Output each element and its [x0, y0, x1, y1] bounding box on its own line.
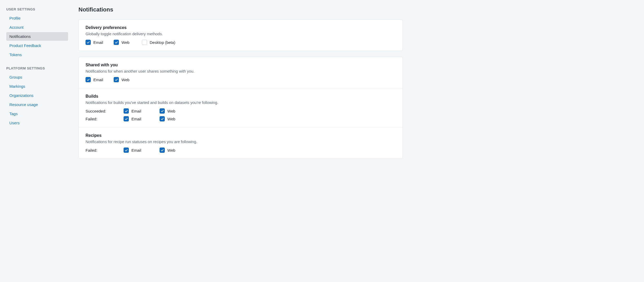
sidebar: USER SETTINGS Profile Account Notificati… — [0, 0, 72, 282]
section-builds: Builds Notifications for builds you've s… — [79, 88, 403, 127]
delivery-web-checkbox[interactable] — [114, 40, 119, 45]
sidebar-item-profile[interactable]: Profile — [6, 14, 68, 22]
sidebar-item-account[interactable]: Account — [6, 23, 68, 32]
delivery-title: Delivery preferences — [86, 25, 396, 30]
builds-succeeded-web-label: Web — [167, 109, 175, 113]
sidebar-item-groups[interactable]: Groups — [6, 73, 68, 81]
builds-succeeded-email-option: Email — [124, 108, 152, 114]
check-icon — [161, 109, 164, 113]
sidebar-item-tokens[interactable]: Tokens — [6, 50, 68, 59]
check-icon — [87, 41, 90, 44]
builds-failed-email-label: Email — [131, 117, 141, 121]
check-icon — [125, 149, 128, 152]
recipes-failed-label: Failed: — [86, 148, 116, 152]
page-title: Notifications — [78, 6, 403, 13]
builds-title: Builds — [86, 94, 396, 99]
shared-desc: Notifications for when another user shar… — [86, 69, 396, 73]
builds-failed-web-label: Web — [167, 117, 175, 121]
delivery-web-option: Web — [114, 40, 135, 45]
sidebar-item-product-feedback[interactable]: Product Feedback — [6, 41, 68, 50]
delivery-desktop-checkbox[interactable] — [142, 40, 147, 45]
delivery-web-label: Web — [121, 40, 130, 45]
sidebar-item-users[interactable]: Users — [6, 119, 68, 127]
sidebar-item-markings[interactable]: Markings — [6, 82, 68, 91]
section-recipes: Recipes Notifications for recipe run sta… — [79, 127, 403, 158]
recipes-failed-email-label: Email — [131, 148, 141, 152]
section-delivery: Delivery preferences Globally toggle not… — [79, 20, 403, 51]
sidebar-item-tags[interactable]: Tags — [6, 109, 68, 118]
shared-title: Shared with you — [86, 63, 396, 67]
recipes-title: Recipes — [86, 133, 396, 138]
builds-failed-email-checkbox[interactable] — [124, 116, 129, 121]
builds-failed-email-option: Email — [124, 116, 152, 121]
builds-desc: Notifications for builds you've started … — [86, 100, 396, 105]
check-icon — [87, 78, 90, 81]
sidebar-group-title-user: USER SETTINGS — [6, 7, 68, 11]
recipes-failed-web-label: Web — [167, 148, 175, 152]
builds-succeeded-email-checkbox[interactable] — [124, 108, 129, 114]
check-icon — [125, 117, 128, 121]
shared-web-checkbox[interactable] — [114, 77, 119, 82]
delivery-options-row: Email Web Desktop (beta) — [86, 40, 396, 45]
recipes-failed-email-checkbox[interactable] — [124, 148, 129, 153]
card-delivery-preferences: Delivery preferences Globally toggle not… — [78, 19, 403, 51]
builds-failed-web-option: Web — [160, 116, 188, 121]
main-content: Notifications Delivery preferences Globa… — [72, 0, 405, 282]
delivery-desktop-label: Desktop (beta) — [150, 40, 175, 45]
sidebar-group-platform-settings: PLATFORM SETTINGS Groups Markings Organi… — [6, 66, 68, 127]
check-icon — [161, 117, 164, 121]
builds-failed-label: Failed: — [86, 117, 116, 121]
recipes-desc: Notifications for recipe run statuses on… — [86, 139, 396, 144]
sidebar-item-resource-usage[interactable]: Resource usage — [6, 100, 68, 109]
shared-web-label: Web — [121, 78, 130, 82]
delivery-email-label: Email — [93, 40, 103, 45]
check-icon — [115, 41, 118, 44]
delivery-email-option: Email — [86, 40, 106, 45]
builds-succeeded-label: Succeeded: — [86, 109, 116, 113]
card-notification-categories: Shared with you Notifications for when a… — [78, 57, 403, 159]
builds-succeeded-web-option: Web — [160, 108, 188, 114]
section-shared: Shared with you Notifications for when a… — [79, 57, 403, 88]
sidebar-group-title-platform: PLATFORM SETTINGS — [6, 66, 68, 70]
delivery-desktop-option: Desktop (beta) — [142, 40, 175, 45]
check-icon — [161, 149, 164, 152]
check-icon — [125, 109, 128, 113]
recipes-failed-web-option: Web — [160, 148, 188, 153]
builds-succeeded-row: Succeeded: Email Web — [86, 108, 396, 114]
builds-succeeded-email-label: Email — [131, 109, 141, 113]
shared-options-row: Email Web — [86, 77, 396, 82]
recipes-failed-web-checkbox[interactable] — [160, 148, 165, 153]
recipes-failed-email-option: Email — [124, 148, 152, 153]
check-icon — [115, 78, 118, 81]
shared-email-option: Email — [86, 77, 106, 82]
shared-email-label: Email — [93, 78, 103, 82]
delivery-email-checkbox[interactable] — [86, 40, 91, 45]
sidebar-item-organizations[interactable]: Organizations — [6, 91, 68, 100]
sidebar-item-notifications[interactable]: Notifications — [6, 32, 68, 41]
shared-web-option: Web — [114, 77, 135, 82]
builds-failed-row: Failed: Email Web — [86, 116, 396, 121]
sidebar-group-user-settings: USER SETTINGS Profile Account Notificati… — [6, 7, 68, 59]
shared-email-checkbox[interactable] — [86, 77, 91, 82]
delivery-desc: Globally toggle notification delivery me… — [86, 32, 396, 36]
builds-failed-web-checkbox[interactable] — [160, 116, 165, 121]
builds-succeeded-web-checkbox[interactable] — [160, 108, 165, 114]
recipes-failed-row: Failed: Email Web — [86, 148, 396, 153]
